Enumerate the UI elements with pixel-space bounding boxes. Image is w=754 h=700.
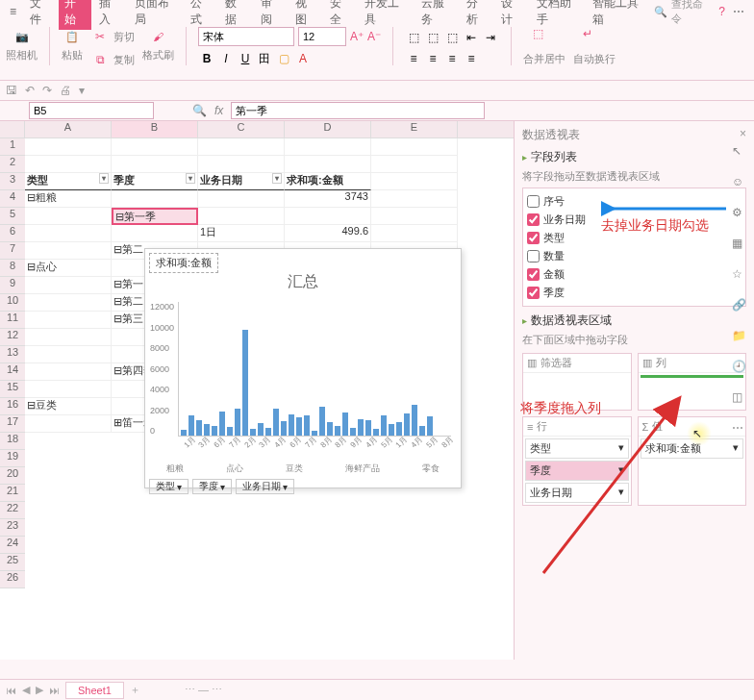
- cell[interactable]: [198, 190, 285, 208]
- align-top-icon[interactable]: ⬚: [405, 29, 422, 46]
- menu-hamburger[interactable]: ≡: [4, 3, 22, 20]
- cell[interactable]: [112, 225, 198, 242]
- menu-dochelper[interactable]: 文档助手: [531, 0, 585, 30]
- align-bot-icon[interactable]: ⬚: [443, 29, 461, 46]
- wrap-button[interactable]: ↵ 自动换行: [573, 27, 616, 66]
- decrease-font-icon[interactable]: A⁻: [367, 30, 381, 43]
- grid-icon[interactable]: ▦: [732, 237, 749, 254]
- cube-icon[interactable]: ◫: [732, 390, 749, 408]
- qa-more-icon[interactable]: ▾: [79, 84, 85, 97]
- row-header[interactable]: 22: [0, 502, 25, 519]
- fx-label[interactable]: fx: [214, 104, 223, 117]
- underline-button[interactable]: U: [237, 50, 254, 67]
- cell[interactable]: 3743: [285, 190, 371, 208]
- sheet-tab-active[interactable]: Sheet1: [65, 682, 124, 699]
- row-header[interactable]: 7: [0, 242, 25, 260]
- bold-button[interactable]: B: [198, 50, 215, 67]
- sheet-nav-next-icon[interactable]: ▶: [36, 684, 43, 696]
- row-header[interactable]: 21: [0, 485, 25, 502]
- row-header[interactable]: 19: [0, 450, 25, 467]
- row-header[interactable]: 16: [0, 398, 25, 415]
- cell[interactable]: [25, 346, 112, 363]
- fill-color-button[interactable]: ▢: [275, 50, 292, 67]
- cell[interactable]: [198, 208, 285, 225]
- sheet-add-icon[interactable]: ＋: [130, 683, 140, 697]
- cell[interactable]: ⊟豆类: [25, 398, 112, 415]
- indent-dec-icon[interactable]: ⇤: [463, 29, 480, 46]
- qa-redo-icon[interactable]: ↷: [42, 84, 52, 97]
- pivot-header-date[interactable]: 业务日期▾: [198, 173, 285, 190]
- chart-filter-date[interactable]: 业务日期▾: [236, 479, 294, 494]
- dropdown-icon[interactable]: ▾: [186, 173, 195, 184]
- row-header[interactable]: 18: [0, 433, 25, 450]
- row-header[interactable]: 9: [0, 277, 25, 294]
- field-list-item[interactable]: 金额: [527, 265, 741, 284]
- menu-dev[interactable]: 开发工具: [359, 0, 413, 30]
- align-justify-icon[interactable]: ≡: [463, 50, 480, 67]
- col-header-b[interactable]: B: [112, 121, 198, 138]
- menu-cloud[interactable]: 云服务: [415, 0, 459, 30]
- menu-review[interactable]: 审阅: [255, 0, 288, 30]
- col-header-d[interactable]: D: [285, 121, 371, 138]
- border-button[interactable]: 田: [256, 50, 273, 67]
- field-checkbox[interactable]: [527, 195, 540, 208]
- cell[interactable]: ⊟点心: [25, 260, 112, 277]
- field-checkbox[interactable]: [527, 213, 540, 226]
- row-header[interactable]: 2: [0, 156, 25, 173]
- row-header[interactable]: 4: [0, 190, 25, 208]
- cell[interactable]: [25, 381, 112, 398]
- increase-font-icon[interactable]: A⁺: [350, 30, 364, 43]
- row-header[interactable]: 3: [0, 173, 25, 190]
- row-header[interactable]: 24: [0, 537, 25, 554]
- name-box[interactable]: [29, 102, 154, 119]
- cell[interactable]: [25, 208, 112, 225]
- menu-file[interactable]: 文件: [24, 0, 57, 30]
- format-painter-group[interactable]: 🖌 格式刷: [142, 27, 174, 62]
- dropdown-icon[interactable]: ▾: [272, 173, 282, 184]
- font-color-button[interactable]: A: [294, 50, 312, 67]
- menu-formula[interactable]: 公式: [185, 0, 217, 30]
- cell[interactable]: [25, 294, 112, 312]
- font-size-select[interactable]: [298, 27, 346, 46]
- cell[interactable]: [285, 208, 371, 225]
- cell[interactable]: 1日: [198, 225, 285, 242]
- font-name-select[interactable]: [198, 27, 294, 46]
- align-right-icon[interactable]: ≡: [443, 50, 461, 67]
- chart-filter-type[interactable]: 类型▾: [149, 479, 188, 494]
- cell[interactable]: ⊟粗粮: [25, 190, 112, 208]
- field-list-item[interactable]: 数量: [527, 247, 741, 265]
- menu-security[interactable]: 安全: [324, 0, 357, 30]
- col-header-c[interactable]: C: [198, 121, 285, 138]
- row-header[interactable]: 25: [0, 554, 25, 571]
- copy-icon[interactable]: ⧉: [90, 50, 110, 69]
- paste-group[interactable]: 📋 粘贴: [62, 27, 83, 62]
- field-checkbox[interactable]: [527, 232, 540, 244]
- menu-insert[interactable]: 插入: [93, 0, 126, 30]
- cell[interactable]: [25, 277, 112, 294]
- sheet-nav-prev-icon[interactable]: ◀: [22, 684, 30, 696]
- sheet-nav-first-icon[interactable]: ⏮: [6, 685, 16, 696]
- cell[interactable]: [112, 190, 198, 208]
- row-header[interactable]: 10: [0, 294, 25, 312]
- folder-icon[interactable]: 📁: [732, 329, 749, 346]
- menu-view[interactable]: 视图: [289, 0, 322, 30]
- italic-button[interactable]: I: [217, 50, 235, 67]
- select-all-corner[interactable]: [0, 121, 25, 138]
- col-header-a[interactable]: A: [25, 121, 112, 138]
- pivot-chart[interactable]: 求和项:金额 汇总 120001000080006000400020000 1月…: [144, 248, 462, 488]
- cell[interactable]: [25, 363, 112, 381]
- align-left-icon[interactable]: ≡: [405, 50, 422, 67]
- menu-design[interactable]: 设计: [495, 0, 528, 30]
- menu-home[interactable]: 开始: [59, 0, 91, 30]
- pivot-header-type[interactable]: 类型▾: [25, 173, 112, 190]
- menu-more-icon[interactable]: ⋯: [727, 3, 750, 20]
- cell[interactable]: [25, 415, 112, 433]
- field-list-item[interactable]: 季度: [527, 284, 741, 302]
- cell[interactable]: [25, 312, 112, 329]
- menu-data[interactable]: 数据: [219, 0, 252, 30]
- chart-filter-quarter[interactable]: 季度▾: [192, 479, 232, 494]
- row-header[interactable]: 5: [0, 208, 25, 225]
- row-header[interactable]: 15: [0, 381, 25, 398]
- row-header[interactable]: 8: [0, 260, 25, 277]
- cell[interactable]: ⊟第一季: [112, 208, 198, 225]
